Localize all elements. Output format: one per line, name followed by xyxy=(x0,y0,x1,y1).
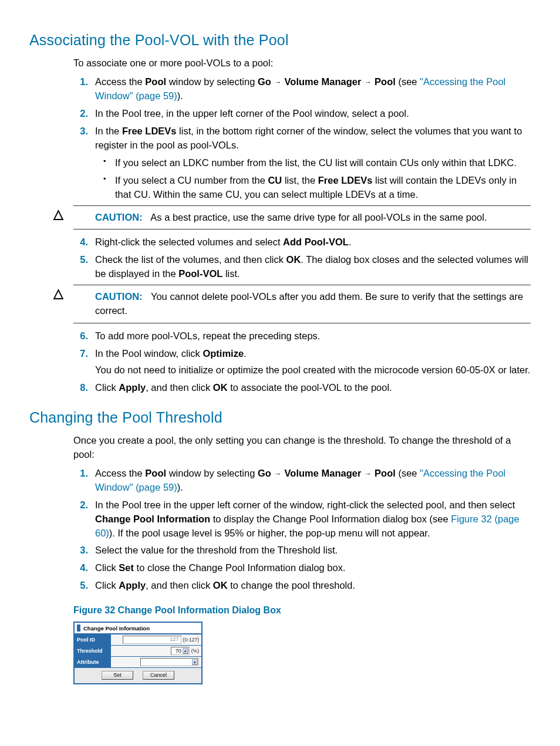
s1-step2: 2. In the Pool tree, in the upper left c… xyxy=(73,107,531,121)
s2-step3: 3. Select the value for the threshold fr… xyxy=(73,544,531,558)
text: Right-click the selected volumes and sel… xyxy=(95,237,283,247)
dialog-button-row: Set Cancel xyxy=(75,667,201,683)
list-number: 5. xyxy=(73,579,88,593)
s2-step4: 4. Click Set to close the Change Pool In… xyxy=(73,561,531,575)
bold-text: OK xyxy=(213,580,228,590)
dialog-title-icon xyxy=(77,625,80,632)
text: ). xyxy=(177,90,183,101)
s2-step1: 1. Access the Pool window by selecting G… xyxy=(73,467,531,495)
text: In the Pool tree in the upper left corne… xyxy=(95,499,515,510)
chevron-down-icon: ▾ xyxy=(192,659,198,665)
text: ). xyxy=(177,482,183,492)
bold-text: CU xyxy=(268,175,282,185)
bold-text: Go xyxy=(258,468,271,478)
bold-text: Pool xyxy=(375,76,396,87)
bullet-icon: • xyxy=(103,174,106,185)
sub-bullets: • If you select an LDKC number from the … xyxy=(95,156,531,202)
change-pool-info-dialog: Change Pool Information Pool ID 127 (0-1… xyxy=(73,622,203,684)
text: In the Pool window, click xyxy=(95,348,203,359)
bold-text: Go xyxy=(258,76,271,87)
figure-title: Figure 32 Change Pool Information Dialog… xyxy=(73,603,531,617)
arrow-right-icon: → xyxy=(361,78,375,86)
list-number: 1. xyxy=(73,75,88,89)
list-number: 4. xyxy=(73,235,88,249)
step7-note: You do not need to initialize or optimiz… xyxy=(95,363,531,377)
bold-text: Change Pool Information xyxy=(95,514,210,524)
text: If you select a CU number from the xyxy=(115,175,268,185)
bold-text: OK xyxy=(213,382,228,393)
caution-label: CAUTION: xyxy=(95,212,149,222)
s1-step4: 4. Right-click the selected volumes and … xyxy=(73,235,531,249)
sub-bullet-2: • If you select a CU number from the CU … xyxy=(95,174,531,202)
chevron-down-icon: ▾ xyxy=(183,648,188,654)
text: (see xyxy=(396,468,420,478)
text: If you select an LDKC number from the li… xyxy=(115,157,517,168)
text: In the xyxy=(95,126,122,136)
caution-label: CAUTION: xyxy=(95,291,149,302)
threshold-select[interactable]: 70 ▾ xyxy=(171,647,190,655)
caution-triangle-icon: △ xyxy=(53,287,63,300)
text: Access the xyxy=(95,76,145,87)
text: , and then click xyxy=(146,382,213,393)
caution-box-1: △ CAUTION: As a best practice, use the s… xyxy=(73,205,531,230)
list-number: 4. xyxy=(73,561,88,575)
text: list, the xyxy=(282,175,318,185)
arrow-right-icon: → xyxy=(271,78,285,86)
text: window by selecting xyxy=(166,468,258,478)
dialog-title: Change Pool Information xyxy=(83,626,150,632)
text: to display the Change Pool Information d… xyxy=(210,514,451,524)
dialog-titlebar: Change Pool Information xyxy=(75,623,201,634)
list-number: 2. xyxy=(73,107,88,121)
attribute-label: Attribute xyxy=(75,657,111,667)
text: . xyxy=(244,348,247,359)
text: to change the pool threshold. xyxy=(228,580,355,590)
bold-text: Add Pool-VOL xyxy=(283,237,349,247)
list-number: 2. xyxy=(73,498,88,512)
text: Select the value for the threshold from … xyxy=(95,545,338,555)
bold-text: Set xyxy=(119,562,134,573)
text: Click xyxy=(95,382,119,393)
text: Click xyxy=(95,562,119,573)
caution-box-2: △ CAUTION: You cannot delete pool-VOLs a… xyxy=(73,285,531,323)
s2-step2: 2. In the Pool tree in the upper left co… xyxy=(73,498,531,541)
bold-text: Volume Manager xyxy=(285,468,362,478)
text: to associate the pool-VOL to the pool. xyxy=(228,382,392,393)
caution-text: You cannot delete pool-VOLs after you ad… xyxy=(95,291,523,316)
s1-step7: 7. In the Pool window, click Optimize. Y… xyxy=(73,347,531,377)
bold-text: Pool xyxy=(145,76,166,87)
s1-step8: 8. Click Apply, and then click OK to ass… xyxy=(73,381,531,395)
section1-list-cont2: 6. To add more pool-VOLs, repeat the pre… xyxy=(73,329,531,395)
poolid-range: (0-127) xyxy=(183,637,199,643)
text: . xyxy=(349,237,352,247)
attribute-select[interactable]: ▾ xyxy=(140,658,199,666)
bold-text: Apply xyxy=(119,580,146,590)
list-number: 1. xyxy=(73,467,88,481)
bold-text: Pool-VOL xyxy=(178,268,222,279)
s1-step3: 3. In the Free LDEVs list, in the bottom… xyxy=(73,124,531,202)
sub-bullet-1: • If you select an LDKC number from the … xyxy=(95,156,531,170)
text: Check the list of the volumes, and then … xyxy=(95,254,286,265)
poolid-field: 127 xyxy=(123,636,181,644)
list-number: 3. xyxy=(73,544,88,558)
set-button[interactable]: Set xyxy=(102,671,133,680)
text: to close the Change Pool Information dia… xyxy=(134,562,345,573)
list-number: 5. xyxy=(73,253,88,267)
bold-text: Optimize xyxy=(203,348,244,359)
text: (see xyxy=(396,76,420,87)
text: In the Pool tree, in the upper left corn… xyxy=(95,108,409,119)
bold-text: Apply xyxy=(119,382,146,393)
cancel-button[interactable]: Cancel xyxy=(143,671,174,680)
text: window by selecting xyxy=(166,76,258,87)
threshold-value: 70 xyxy=(176,649,181,654)
caution-triangle-icon: △ xyxy=(53,208,63,221)
list-number: 7. xyxy=(73,347,88,361)
text: list. xyxy=(222,268,239,279)
bold-text: Volume Manager xyxy=(285,76,362,87)
s2-step5: 5. Click Apply, and then click OK to cha… xyxy=(73,579,531,593)
bold-text: Pool xyxy=(375,468,396,478)
bold-text: OK xyxy=(286,254,301,265)
bullet-icon: • xyxy=(103,156,106,167)
caution-text: As a best practice, use the same drive t… xyxy=(150,212,487,222)
section1-heading: Associating the Pool-VOL with the Pool xyxy=(29,29,531,50)
arrow-right-icon: → xyxy=(361,470,375,478)
